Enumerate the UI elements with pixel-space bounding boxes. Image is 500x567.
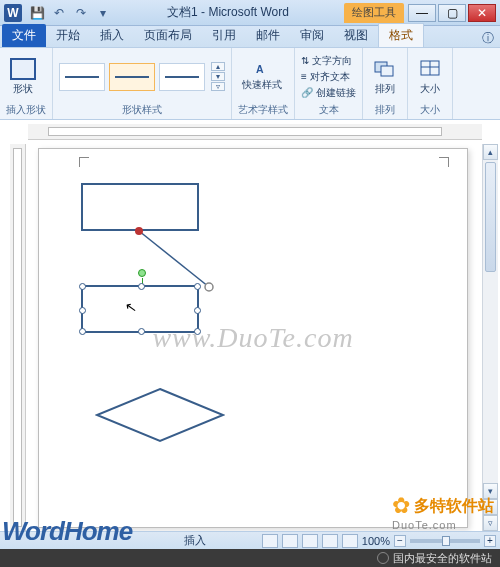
- close-button[interactable]: ✕: [468, 4, 496, 22]
- zoom-slider-thumb[interactable]: [442, 536, 450, 546]
- group-wordart-label: 艺术字样式: [238, 101, 288, 117]
- group-insert-label: 插入形状: [6, 101, 46, 117]
- view-web-button[interactable]: [302, 534, 318, 548]
- tab-view[interactable]: 视图: [334, 24, 378, 47]
- tab-layout[interactable]: 页面布局: [134, 24, 202, 47]
- shape-rectangle-1[interactable]: [81, 183, 199, 231]
- ruler-vertical[interactable]: [10, 144, 26, 531]
- contextual-tab-label: 绘图工具: [344, 3, 404, 23]
- scroll-thumb[interactable]: [485, 162, 496, 272]
- save-icon[interactable]: 💾: [28, 4, 46, 22]
- resize-handle[interactable]: [138, 283, 145, 290]
- resize-handle[interactable]: [79, 307, 86, 314]
- help-icon[interactable]: ⓘ: [482, 30, 494, 47]
- group-insert-shapes: 形状 插入形状: [0, 48, 53, 119]
- arrange-icon: [373, 58, 397, 80]
- ruler-horizontal[interactable]: [28, 124, 482, 140]
- resize-handle[interactable]: [138, 328, 145, 335]
- page[interactable]: ↖ www.DuoTe.com: [38, 148, 468, 528]
- margin-guide: [79, 157, 449, 167]
- scrollbar-vertical[interactable]: ▴ ▾ ◦ ▿: [482, 144, 498, 531]
- tab-home[interactable]: 开始: [46, 24, 90, 47]
- group-styles-label: 形状样式: [59, 101, 225, 117]
- qat-more-icon[interactable]: ▾: [94, 4, 112, 22]
- window-controls: — ▢ ✕: [408, 4, 496, 22]
- shapes-button[interactable]: 形状: [6, 56, 40, 98]
- tab-format[interactable]: 格式: [378, 23, 424, 47]
- resize-handle[interactable]: [194, 283, 201, 290]
- redo-icon[interactable]: ↷: [72, 4, 90, 22]
- group-text: ⇅文字方向 ≡对齐文本 🔗创建链接 文本: [295, 48, 363, 119]
- view-fullscreen-button[interactable]: [282, 534, 298, 548]
- tab-file[interactable]: 文件: [2, 24, 46, 47]
- duote-en-text: DuoTe.com: [392, 519, 494, 531]
- shape-rectangle-2-selected[interactable]: [81, 285, 199, 333]
- duote-logo-icon: ✿: [392, 493, 410, 519]
- zoom-out-button[interactable]: −: [394, 535, 406, 547]
- quick-styles-button[interactable]: A 快速样式: [238, 60, 286, 94]
- text-direction-button[interactable]: ⇅文字方向: [301, 54, 356, 68]
- rotate-handle[interactable]: [138, 269, 146, 277]
- link-icon: 🔗: [301, 87, 313, 98]
- style-preset-2[interactable]: [109, 63, 155, 91]
- text-direction-label: 文字方向: [312, 54, 352, 68]
- maximize-button[interactable]: ▢: [438, 4, 466, 22]
- title-bar: W 💾 ↶ ↷ ▾ 文档1 - Microsoft Word 绘图工具 — ▢ …: [0, 0, 500, 26]
- quick-styles-label: 快速样式: [242, 78, 282, 92]
- footer-strip: 国内最安全的软件站: [0, 549, 500, 567]
- create-link-button[interactable]: 🔗创建链接: [301, 86, 356, 100]
- view-draft-button[interactable]: [342, 534, 358, 548]
- ribbon-tabs: 文件 开始 插入 页面布局 引用 邮件 审阅 视图 格式 ⓘ: [0, 26, 500, 48]
- footer-icon: [377, 552, 389, 564]
- shape-diamond[interactable]: [95, 387, 225, 443]
- svg-line-4: [139, 231, 209, 287]
- svg-point-5: [135, 227, 143, 235]
- quick-access-toolbar: 💾 ↶ ↷ ▾: [28, 4, 112, 22]
- view-print-layout-button[interactable]: [262, 534, 278, 548]
- zoom-level[interactable]: 100%: [362, 535, 390, 547]
- align-text-icon: ≡: [301, 71, 307, 82]
- duote-brand: ✿多特软件站 DuoTe.com: [392, 493, 494, 531]
- tab-references[interactable]: 引用: [202, 24, 246, 47]
- svg-rect-2: [381, 66, 393, 76]
- word-app-icon: W: [4, 4, 22, 22]
- align-text-label: 对齐文本: [310, 70, 350, 84]
- style-preset-1[interactable]: [59, 63, 105, 91]
- zoom-in-button[interactable]: +: [484, 535, 496, 547]
- status-mode: 插入: [184, 533, 206, 548]
- scroll-up-button[interactable]: ▴: [483, 144, 498, 160]
- shape-connector-line[interactable]: [139, 231, 229, 291]
- wordhome-watermark: WordHome: [2, 516, 132, 547]
- size-label: 大小: [420, 82, 440, 96]
- group-arrange: 排列 排列: [363, 48, 408, 119]
- resize-handle[interactable]: [194, 328, 201, 335]
- document-area[interactable]: ↖ www.DuoTe.com: [26, 144, 500, 531]
- undo-icon[interactable]: ↶: [50, 4, 68, 22]
- zoom-slider[interactable]: [410, 539, 480, 543]
- style-nav-up[interactable]: ▴: [211, 62, 225, 71]
- window-title: 文档1 - Microsoft Word: [112, 4, 344, 21]
- workspace: ↖ www.DuoTe.com: [0, 144, 500, 531]
- wordart-icon: A: [255, 62, 269, 76]
- arrange-button[interactable]: 排列: [369, 56, 401, 98]
- style-nav-more[interactable]: ▿: [211, 82, 225, 91]
- shapes-icon: [10, 58, 36, 80]
- view-outline-button[interactable]: [322, 534, 338, 548]
- tab-review[interactable]: 审阅: [290, 24, 334, 47]
- resize-handle[interactable]: [79, 328, 86, 335]
- style-preset-3[interactable]: [159, 63, 205, 91]
- size-button[interactable]: 大小: [414, 56, 446, 98]
- group-shape-styles: ▴ ▾ ▿ 形状样式: [53, 48, 232, 119]
- group-text-label: 文本: [301, 101, 356, 117]
- tab-insert[interactable]: 插入: [90, 24, 134, 47]
- align-text-button[interactable]: ≡对齐文本: [301, 70, 356, 84]
- svg-point-6: [205, 283, 213, 291]
- tab-mailings[interactable]: 邮件: [246, 24, 290, 47]
- style-nav-down[interactable]: ▾: [211, 72, 225, 81]
- resize-handle[interactable]: [79, 283, 86, 290]
- minimize-button[interactable]: —: [408, 4, 436, 22]
- footer-text: 国内最安全的软件站: [393, 551, 492, 566]
- resize-handle[interactable]: [194, 307, 201, 314]
- cursor-icon: ↖: [124, 298, 139, 316]
- size-icon: [418, 58, 442, 80]
